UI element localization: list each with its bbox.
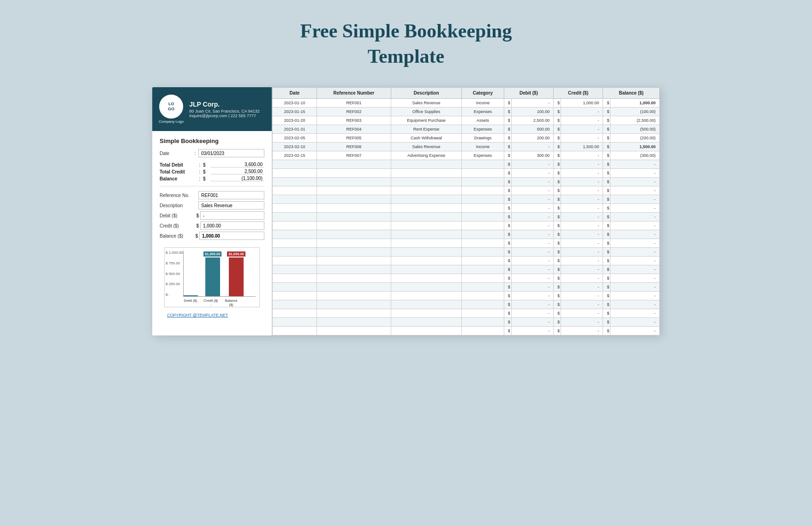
- empty-balance: -: [610, 248, 660, 257]
- empty-balance: -: [610, 265, 660, 274]
- cell-debit: 300.00: [511, 151, 553, 160]
- empty-debit: -: [511, 221, 553, 230]
- date-label: Date: [160, 151, 192, 156]
- ref-input[interactable]: [198, 191, 264, 199]
- chart-bars: $0 $1,000.00 $1,000.00: [183, 255, 256, 297]
- table-row-empty: $ - $ - $ -: [273, 195, 660, 204]
- cell-ref: REF004: [316, 125, 391, 134]
- table-row: 2023-02-05 REF005 Cash Withdrawal Drawin…: [273, 134, 660, 143]
- cell-debit: 2,500.00: [511, 116, 553, 125]
- cell-date: 2023-01-15: [273, 108, 317, 116]
- cell-credit: -: [561, 108, 603, 116]
- empty-balance: -: [610, 186, 660, 195]
- total-debit-row: Total Debit : $ 3,600.00: [160, 162, 264, 167]
- cell-desc: Advertising Expense: [391, 151, 462, 160]
- cell-desc: Cash Withdrawal: [391, 134, 462, 143]
- table-row-empty: $ - $ - $ -: [273, 186, 660, 195]
- empty-credit: -: [561, 195, 603, 204]
- empty-credit: -: [561, 257, 603, 265]
- table-row-empty: $ - $ - $ -: [273, 169, 660, 178]
- col-header-date: Date: [273, 88, 317, 99]
- cell-cat: Expenses: [462, 125, 504, 134]
- table-row-empty: $ - $ - $ -: [273, 213, 660, 221]
- empty-debit: -: [511, 160, 553, 169]
- total-credit-value: 2,500.00: [210, 169, 264, 174]
- credit-input[interactable]: [200, 221, 264, 230]
- empty-credit: -: [561, 292, 603, 300]
- empty-balance: -: [610, 327, 660, 335]
- cell-date: 2023-02-05: [273, 134, 317, 143]
- balance-label: Balance: [160, 176, 197, 181]
- cell-credit: 1,000.00: [561, 99, 603, 108]
- empty-balance: -: [610, 274, 660, 283]
- left-content: Simple Bookkeeping Date : Total Debit : …: [152, 131, 272, 335]
- table-row-empty: $ - $ - $ -: [273, 309, 660, 318]
- empty-debit: -: [511, 257, 553, 265]
- empty-debit: -: [511, 239, 553, 248]
- cell-cat: Expenses: [462, 151, 504, 160]
- chart-area: $ 1,000.00 $ 750.00 $ 500.00 $ 250.00 $ …: [160, 243, 264, 310]
- summary-section: Total Debit : $ 3,600.00 Total Credit : …: [160, 162, 264, 181]
- company-address: 80 Juan Cir, San Francisco, CA 94132: [189, 109, 260, 114]
- chart-y-labels: $ 1,000.00 $ 750.00 $ 500.00 $ 250.00 $ …: [166, 251, 183, 297]
- cell-ref: REF007: [316, 151, 391, 160]
- divider: [160, 186, 264, 186]
- table-row-empty: $ - $ - $ -: [273, 300, 660, 309]
- empty-balance: -: [610, 178, 660, 186]
- cell-desc: Sales Revenue: [391, 143, 462, 151]
- table-row: 2023-01-15 REF002 Office Supplies Expens…: [273, 108, 660, 116]
- cell-cat: Assets: [462, 116, 504, 125]
- cell-date: 2023-01-20: [273, 116, 317, 125]
- table-row-empty: $ - $ - $ -: [273, 283, 660, 292]
- bar-debit: $0: [183, 289, 198, 297]
- empty-credit: -: [561, 283, 603, 292]
- ref-row: Reference No.: [160, 191, 264, 199]
- desc-input[interactable]: [198, 201, 264, 209]
- empty-credit: -: [561, 221, 603, 230]
- empty-balance: -: [610, 169, 660, 178]
- empty-balance: -: [610, 318, 660, 327]
- company-info: JLP Corp. 80 Juan Cir, San Francisco, CA…: [189, 101, 260, 118]
- table-row-empty: $ - $ - $ -: [273, 160, 660, 169]
- date-row: Date :: [160, 149, 264, 157]
- table-row-empty: $ - $ - $ -: [273, 274, 660, 283]
- balance-det-label: Balance ($): [160, 233, 190, 239]
- cell-ref: REF002: [316, 108, 391, 116]
- empty-balance: -: [610, 221, 660, 230]
- bar-credit: $1,000.00: [203, 251, 221, 297]
- debit-label: Debit ($): [160, 213, 190, 218]
- cell-credit: -: [561, 125, 603, 134]
- table-row-empty: $ - $ - $ -: [273, 178, 660, 186]
- empty-debit: -: [511, 283, 553, 292]
- table-row-empty: $ - $ - $ -: [273, 327, 660, 335]
- col-header-credit: Credit ($): [554, 88, 603, 99]
- cell-cat: Expenses: [462, 108, 504, 116]
- empty-debit: -: [511, 186, 553, 195]
- cell-debit: 100.00: [511, 108, 553, 116]
- empty-balance: -: [610, 257, 660, 265]
- cell-date: 2023-01-10: [273, 99, 317, 108]
- balance-det-input[interactable]: [199, 232, 264, 240]
- table-row-empty: $ - $ - $ -: [273, 318, 660, 327]
- cell-ref: REF003: [316, 116, 391, 125]
- ledger-table: Date Reference Number Description Catego…: [272, 87, 660, 335]
- cell-balance: 1,000.00: [610, 99, 660, 108]
- date-input[interactable]: [198, 149, 264, 157]
- empty-credit: -: [561, 300, 603, 309]
- empty-credit: -: [561, 327, 603, 335]
- empty-credit: -: [561, 239, 603, 248]
- cell-balance: (300.00): [610, 151, 660, 160]
- company-logo: LO GO: [159, 95, 183, 119]
- empty-credit: -: [561, 169, 603, 178]
- empty-balance: -: [610, 292, 660, 300]
- total-credit-row: Total Credit : $ 2,500.00: [160, 169, 264, 174]
- total-credit-label: Total Credit: [160, 169, 197, 174]
- empty-debit: -: [511, 265, 553, 274]
- cell-debit: 200.00: [511, 134, 553, 143]
- table-row-empty: $ - $ - $ -: [273, 257, 660, 265]
- cell-balance: (100.00): [610, 108, 660, 116]
- table-row-empty: $ - $ - $ -: [273, 265, 660, 274]
- debit-input[interactable]: [200, 211, 264, 220]
- table-row-empty: $ - $ - $ -: [273, 204, 660, 213]
- empty-credit: -: [561, 204, 603, 213]
